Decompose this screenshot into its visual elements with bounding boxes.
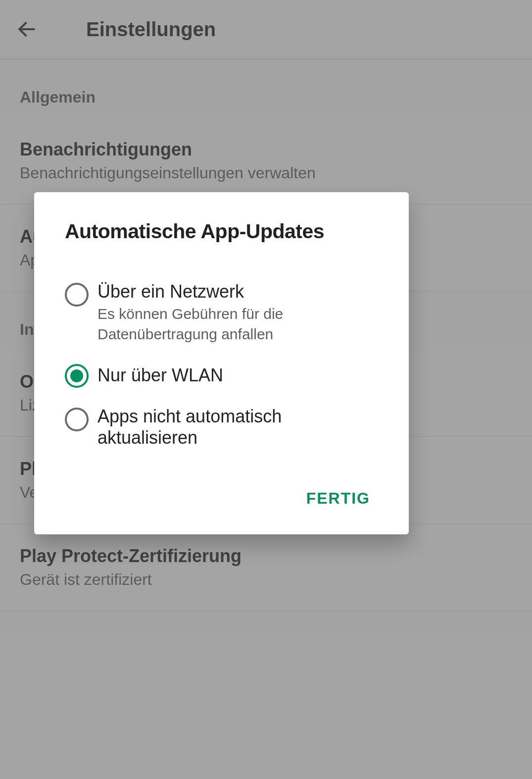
radio-sublabel: Es können Gebühren für die Datenübertrag… [97, 304, 378, 344]
radio-icon [65, 283, 89, 307]
radio-text: Apps nicht automatisch aktualisieren [97, 406, 378, 448]
dialog-title: Automatische App-Updates [65, 220, 378, 243]
done-button[interactable]: FERTIG [298, 482, 378, 515]
update-radio-group: Über ein Netzwerk Es können Gebühren für… [65, 272, 378, 458]
radio-label: Apps nicht automatisch aktualisieren [97, 406, 378, 448]
radio-text: Über ein Netzwerk Es können Gebühren für… [97, 281, 378, 344]
radio-option-wifi-only[interactable]: Nur über WLAN [65, 353, 378, 397]
radio-icon [65, 364, 89, 388]
dialog-actions: FERTIG [65, 482, 378, 515]
radio-label: Nur über WLAN [97, 364, 378, 386]
radio-option-any-network[interactable]: Über ein Netzwerk Es können Gebühren für… [65, 272, 378, 353]
radio-option-do-not-update[interactable]: Apps nicht automatisch aktualisieren [65, 397, 378, 457]
radio-icon [65, 408, 89, 431]
auto-update-dialog: Automatische App-Updates Über ein Netzwe… [34, 192, 409, 534]
radio-label: Über ein Netzwerk [97, 281, 378, 302]
radio-text: Nur über WLAN [97, 364, 378, 386]
